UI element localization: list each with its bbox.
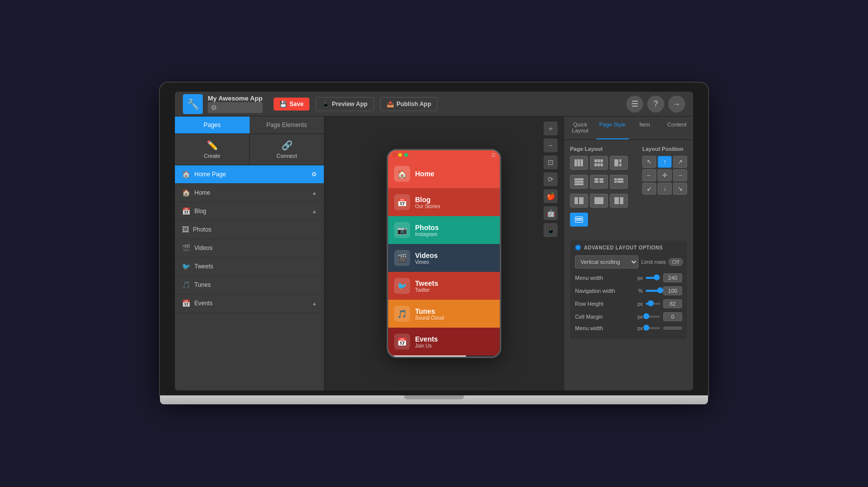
homepage-settings-icon[interactable]: ⚙ — [311, 171, 317, 178]
tab-quick-layout[interactable]: Quick Layout — [564, 117, 596, 139]
svg-rect-34 — [579, 197, 583, 204]
phone-menu-item-photos[interactable]: 📷 Photos Instagram — [388, 216, 500, 244]
main-content: Pages Page Elements ✏️ Create 🔗 Connect — [175, 117, 693, 390]
phone-menu-item-events[interactable]: 📅 Events Join Us — [388, 328, 500, 356]
slider-menu-width-2-track[interactable] — [646, 327, 660, 329]
zoom-out-button[interactable]: − — [544, 138, 558, 152]
sidebar-create-action[interactable]: ✏️ Create — [175, 134, 250, 165]
laptop-container: 🔧 My Awesome App ⚙ 💾 Save 📱 Preview — [160, 83, 708, 404]
layout-btn-5[interactable] — [590, 175, 608, 189]
layout-btn-1[interactable] — [570, 156, 588, 170]
phone-photos-label: Photos — [415, 224, 438, 232]
arrow-center[interactable]: ✛ — [658, 169, 672, 181]
tab-pages[interactable]: Pages — [175, 117, 250, 133]
sidebar-connect-action[interactable]: 🔗 Connect — [250, 134, 324, 165]
phone-videos-label: Videos — [415, 251, 438, 259]
page-layout-grid — [570, 156, 634, 229]
arrow-left[interactable]: ← — [642, 169, 656, 181]
svg-rect-12 — [580, 159, 583, 166]
scroll-row: Vertical scrolling Horizontal scrolling … — [575, 255, 682, 268]
tab-item[interactable]: Item — [629, 117, 661, 139]
home-icon: 🏠 — [182, 189, 190, 197]
arrow-down[interactable]: ↓ — [658, 183, 672, 195]
rotate-button[interactable]: ⟳ — [544, 172, 558, 186]
phone-tweets-sub: Twitter — [415, 287, 438, 293]
arrow-bottomright[interactable]: ↘ — [673, 183, 687, 195]
slider-nav-width: Navigation width % 100 — [575, 286, 682, 295]
tweets-icon: 🐦 — [182, 262, 190, 270]
tab-content[interactable]: Content — [661, 117, 693, 139]
help-button[interactable]: ? — [647, 96, 664, 113]
phone-menu-item-tunes[interactable]: 🎵 Tunes Sound Cloud — [388, 300, 500, 328]
svg-rect-41 — [576, 220, 582, 221]
layout-btn-6[interactable] — [610, 175, 628, 189]
settings-small-button[interactable]: ⚙ — [208, 102, 263, 113]
tunes-icon: 🎵 — [182, 281, 190, 289]
preview-button[interactable]: 📱 Preview App — [315, 97, 374, 111]
zoom-in-button[interactable]: + — [544, 122, 558, 135]
phone-menu-item-home[interactable]: 🏠 Home — [388, 159, 500, 188]
tab-page-style[interactable]: Page Style — [596, 117, 629, 139]
layout-btn-7[interactable] — [570, 194, 588, 208]
slider-menu-width-track[interactable] — [646, 277, 660, 279]
publish-label: Publish App — [397, 101, 432, 108]
slider-row-height-track[interactable] — [646, 303, 660, 305]
slider-nav-width-track[interactable] — [646, 290, 660, 292]
logout-button[interactable]: → — [668, 96, 685, 113]
layout-btn-10[interactable] — [570, 213, 588, 227]
phone-events-sub: Join Us — [415, 343, 438, 349]
save-button[interactable]: 💾 Save — [274, 98, 309, 111]
sidebar-item-homepage[interactable]: 🏠 Home Page ⚙ — [175, 165, 324, 184]
arrow-topleft[interactable]: ↖ — [642, 156, 656, 168]
arrow-right[interactable]: → — [673, 169, 687, 181]
svg-rect-24 — [575, 183, 583, 185]
layout-btn-3[interactable] — [610, 156, 628, 170]
phone-menu-item-videos[interactable]: 🎬 Videos Vimeo — [388, 244, 500, 272]
arrow-up[interactable]: ↑ — [658, 156, 672, 168]
phone-menu-item-tweets[interactable]: 🐦 Tweets Twitter — [388, 272, 500, 300]
layout-btn-4[interactable] — [570, 175, 588, 189]
layout-btn-8[interactable] — [590, 194, 608, 208]
sidebar-item-blog[interactable]: 📅 Blog ▲ — [175, 202, 324, 221]
publish-icon: 📤 — [387, 101, 394, 108]
tab-page-elements[interactable]: Page Elements — [250, 117, 324, 133]
home-label: Home — [194, 189, 308, 196]
events-arrow: ▲ — [312, 301, 317, 306]
slider-cell-margin-value: 0 — [663, 312, 682, 321]
svg-rect-29 — [614, 178, 617, 180]
phone-button[interactable]: 📱 — [544, 223, 558, 237]
fullscreen-button[interactable]: ⊡ — [544, 155, 558, 169]
layout-btn-2[interactable] — [590, 156, 608, 170]
device-controls: + − ⊡ ⟳ 🍎 🤖 📱 — [544, 122, 558, 237]
save-icon: 💾 — [280, 101, 287, 108]
arrow-bottomleft[interactable]: ↙ — [642, 183, 656, 195]
app-title: My Awesome App — [208, 95, 263, 102]
sidebar-item-videos[interactable]: 🎬 Videos — [175, 239, 324, 257]
phone-tweets-icon: 🐦 — [394, 278, 410, 294]
slider-cell-margin-track[interactable] — [646, 316, 660, 318]
slider-row-height: Row Height px 82 — [575, 299, 682, 308]
layout-btn-9[interactable] — [610, 194, 628, 208]
connect-icon: 🔗 — [282, 140, 292, 151]
slider-row-height-label: Row Height — [575, 301, 630, 307]
limit-rows-toggle[interactable]: Off — [668, 258, 683, 266]
phone-menu-item-blog[interactable]: 📅 Blog Our Stories — [388, 188, 500, 216]
list-button[interactable]: ☰ — [626, 96, 643, 113]
sidebar-item-tweets[interactable]: 🐦 Tweets — [175, 257, 324, 276]
sidebar-item-tunes[interactable]: 🎵 Tunes — [175, 276, 324, 294]
arrow-topright[interactable]: ↗ — [673, 156, 687, 168]
publish-button[interactable]: 📤 Publish App — [380, 97, 438, 111]
homepage-label: Home Page — [194, 171, 307, 178]
sidebar-item-events[interactable]: 📅 Events ▲ — [175, 294, 324, 313]
status-dot-yellow — [398, 153, 402, 157]
slider-nav-width-label: Navigation width — [575, 288, 630, 294]
hamburger-icon: ☰ — [491, 152, 496, 158]
slider-cell-margin-label: Cell Margin — [575, 314, 630, 320]
svg-rect-23 — [575, 181, 583, 183]
sidebar-item-photos[interactable]: 🖼 Photos — [175, 221, 324, 239]
sidebar-item-home[interactable]: 🏠 Home ▲ — [175, 184, 324, 202]
android-button[interactable]: 🤖 — [544, 206, 558, 220]
scroll-select[interactable]: Vertical scrolling Horizontal scrolling … — [575, 255, 638, 268]
svg-rect-37 — [620, 197, 623, 204]
apple-button[interactable]: 🍎 — [544, 189, 558, 203]
